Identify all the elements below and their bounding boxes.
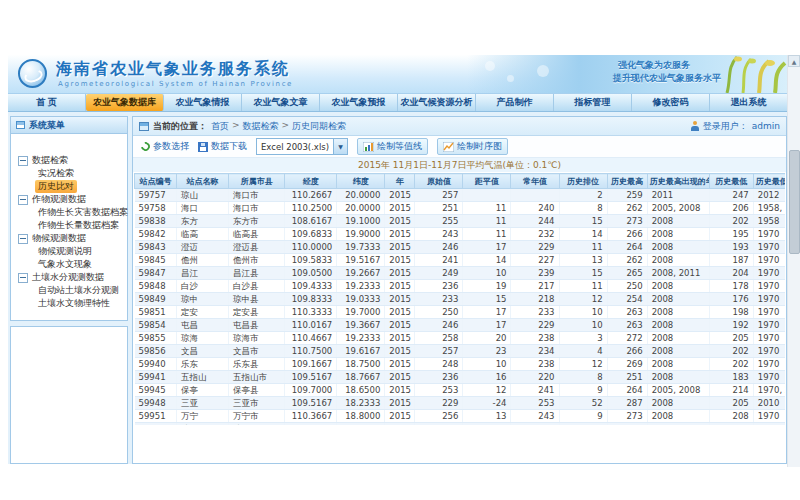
user-icon	[691, 121, 699, 131]
draw-timeseries-button[interactable]: 绘制时序图	[437, 138, 508, 155]
refresh-icon	[139, 140, 152, 153]
breadcrumb-link[interactable]: 数据检索	[243, 120, 279, 133]
sidebar-item[interactable]: 历史比对	[35, 180, 124, 193]
sidebar-item-label: 历史比对	[35, 180, 77, 193]
collapse-minus-icon[interactable]	[18, 234, 28, 244]
nav-tab-9[interactable]: 修改密码	[632, 94, 710, 111]
table-cell: 1970	[753, 228, 785, 241]
table-cell: 2005, 2008	[647, 202, 709, 215]
table-row[interactable]: 59954陵水陵水县110.033318.5000201525911248112…	[135, 423, 786, 426]
sidebar-item[interactable]: 自动站土壤水分观测	[35, 284, 124, 297]
table-cell: 陵水	[177, 423, 229, 426]
nav-tab-7[interactable]: 产品制作	[476, 94, 554, 111]
table-row[interactable]: 59758海口海口市110.250020.0000201525111240826…	[135, 202, 786, 215]
table-cell: 文昌市	[229, 345, 285, 358]
table-row[interactable]: 59948三亚三亚市109.516718.23332015229-2425352…	[135, 397, 786, 410]
table-cell: 2008	[647, 410, 709, 423]
table-cell: 59854	[135, 319, 177, 332]
table-row[interactable]: 59940乐东乐东县109.166718.7500201524810238122…	[135, 358, 786, 371]
table-cell: 110.4667	[285, 332, 337, 345]
table-cell: 59845	[135, 254, 177, 267]
table-cell: 259	[415, 423, 463, 426]
table-row[interactable]: 59941五指山五指山市109.516718.76672015236162208…	[135, 371, 786, 384]
table-cell	[463, 189, 511, 202]
table-cell: 临高	[177, 228, 229, 241]
sidebar-item[interactable]: 气象水文现象	[35, 258, 124, 271]
breadcrumb-label: 当前的位置：	[153, 120, 207, 133]
table-cell: 12	[559, 358, 607, 371]
nav-tab-2[interactable]: 农业气象数据库	[86, 94, 164, 111]
table-cell: 1970	[753, 280, 785, 293]
collapse-minus-icon[interactable]	[18, 273, 28, 283]
table-row[interactable]: 59838东方东方市108.616719.1000201525511244152…	[135, 215, 786, 228]
table-cell: 2008	[647, 358, 709, 371]
draw-isoline-button[interactable]: 绘制等值线	[357, 138, 428, 155]
table-cell: 19.9000	[337, 228, 385, 241]
collapse-minus-icon[interactable]	[18, 156, 28, 166]
vertical-scrollbar[interactable]: ▲	[787, 55, 800, 467]
nav-tab-5[interactable]: 农业气象预报	[320, 94, 398, 111]
table-cell: 2015	[385, 241, 415, 254]
table-cell: 59758	[135, 202, 177, 215]
sidebar-item-label: 作物生长量数据档案	[35, 219, 122, 232]
nav-tab-1[interactable]: 首 页	[8, 94, 86, 111]
sidebar-group[interactable]: 土壤水分观测数据	[18, 271, 124, 284]
nav-tab-3[interactable]: 农业气象情报	[164, 94, 242, 111]
sidebar-item[interactable]: 作物生长量数据档案	[35, 219, 124, 232]
scrollbar-up-arrow-icon[interactable]: ▲	[788, 55, 800, 67]
sidebar-header: 系统菜单	[11, 117, 127, 134]
table-cell: 218	[511, 293, 559, 306]
sidebar-item[interactable]: 作物生长灾害数据档案	[35, 206, 124, 219]
table-row[interactable]: 59842临高临高县109.683319.9000201524311232142…	[135, 228, 786, 241]
table-cell	[511, 189, 559, 202]
table-row[interactable]: 59757琼山海口市110.266720.0000201525722592011…	[135, 189, 786, 202]
table-row[interactable]: 59848白沙白沙县109.433319.2333201523619217112…	[135, 280, 786, 293]
table-row[interactable]: 59847昌江昌江县109.050019.2667201524910239152…	[135, 267, 786, 280]
table-row[interactable]: 59843澄迈澄迈县110.000019.7333201524617229112…	[135, 241, 786, 254]
table-row[interactable]: 59855琼海琼海市110.466719.2333201525820238327…	[135, 332, 786, 345]
table-cell: 59838	[135, 215, 177, 228]
table-cell: 19.3667	[337, 319, 385, 332]
location-icon	[139, 122, 149, 131]
table-cell: 262	[607, 254, 647, 267]
collapse-minus-icon[interactable]	[18, 195, 28, 205]
sidebar-group[interactable]: 数据检索	[18, 154, 124, 167]
export-format-select[interactable]: Excel 2003(.xls) ▼	[256, 138, 348, 155]
sidebar-item[interactable]: 土壤水文物理特性	[35, 297, 124, 310]
table-cell: 8	[559, 202, 607, 215]
table-cell: 11	[463, 202, 511, 215]
data-download-button[interactable]: 数据下载	[198, 140, 247, 153]
table-row[interactable]: 59951万宁万宁市110.366718.8000201525613243927…	[135, 410, 786, 423]
table-row[interactable]: 59854屯昌屯昌县110.016719.3667201524617229102…	[135, 319, 786, 332]
nav-tab-6[interactable]: 农业气候资源分析	[398, 94, 476, 111]
scrollbar-thumb[interactable]	[789, 150, 800, 254]
nav-tab-4[interactable]: 农业气象文章	[242, 94, 320, 111]
table-cell: 205	[709, 332, 753, 345]
table-cell: 三亚	[177, 397, 229, 410]
chevron-down-icon[interactable]: ▼	[333, 139, 347, 154]
column-header: 站点编号	[135, 174, 177, 189]
table-cell: 海口	[177, 202, 229, 215]
table-row[interactable]: 59851定安定安县110.333319.7000201525017233102…	[135, 306, 786, 319]
table-cell: 2008	[647, 228, 709, 241]
breadcrumb-link[interactable]: 首页	[211, 120, 229, 133]
table-row[interactable]: 59945保亭保亭县109.700018.6500201525312241926…	[135, 384, 786, 397]
sidebar-item[interactable]: 实况检索	[35, 167, 124, 180]
table-cell: 276	[607, 423, 647, 426]
nav-tab-8[interactable]: 指标管理	[554, 94, 632, 111]
nav-tab-10[interactable]: 退出系统	[710, 94, 787, 111]
breadcrumb-link[interactable]: 历史同期检索	[292, 120, 346, 133]
param-select-button[interactable]: 参数选择	[141, 140, 189, 153]
table-row[interactable]: 59845儋州儋州市109.583319.5167201524114227132…	[135, 254, 786, 267]
sidebar-group[interactable]: 作物观测数据	[18, 193, 124, 206]
sidebar-item[interactable]: 物候观测说明	[35, 245, 124, 258]
login-user-name: admin	[752, 121, 780, 131]
sidebar-group-label: 数据检索	[32, 154, 68, 167]
table-cell: 229	[511, 319, 559, 332]
table-row[interactable]: 59849琼中琼中县109.833319.0333201523315218122…	[135, 293, 786, 306]
table-cell: 254	[607, 293, 647, 306]
table-row[interactable]: 59856文昌文昌市110.750019.6167201525723234426…	[135, 345, 786, 358]
sidebar-item-label: 气象水文现象	[35, 258, 95, 271]
table-cell: 248	[415, 358, 463, 371]
sidebar-group[interactable]: 物候观测数据	[18, 232, 124, 245]
